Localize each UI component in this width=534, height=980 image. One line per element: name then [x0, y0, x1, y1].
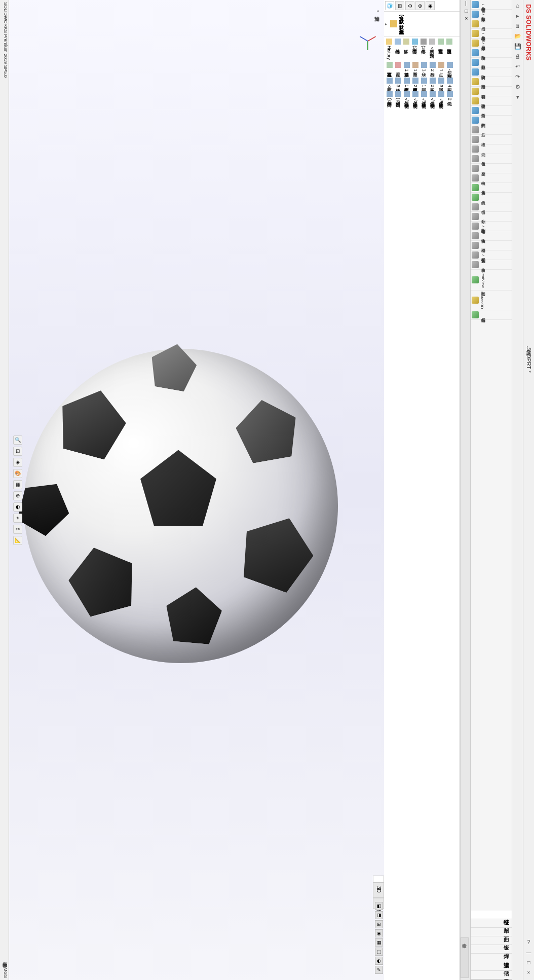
ribbon-button[interactable]: 弯曲 — [471, 260, 512, 270]
ribbon-button[interactable]: 包覆 — [471, 154, 512, 164]
ribbon-button[interactable]: 边界凸台/基体 — [471, 39, 512, 48]
ribbon-button[interactable]: 扫描切除 — [471, 77, 512, 87]
tree-node[interactable]: 草图1 — [411, 61, 419, 76]
headsup-button-6[interactable]: ◐ — [13, 502, 22, 512]
feature-panel-tab-0[interactable]: 🧊 — [385, 1, 394, 10]
headsup-button-0[interactable]: 🔍 — [13, 435, 22, 445]
ribbon-button[interactable]: 删除/保留实体 — [471, 222, 512, 231]
tree-node[interactable]: 使用曲面切除2 — [411, 77, 419, 89]
open-icon[interactable] — [514, 32, 522, 40]
ribbon-button[interactable]: 拉伸切除 — [471, 48, 512, 58]
taskpane-tab-3[interactable]: ◉ — [375, 929, 383, 937]
headsup-button-5[interactable]: ⊕ — [13, 491, 22, 500]
ribbon-button[interactable]: 转换实体 — [471, 231, 512, 241]
options-icon[interactable] — [514, 83, 522, 91]
ribbon-button[interactable]: 拔模 — [471, 135, 512, 144]
ribbon-tab-5[interactable]: 直接编辑 — [471, 954, 512, 962]
bottom-tab-1[interactable]: 3D 视图 — [373, 883, 384, 898]
ribbon-button[interactable]: 筋 — [471, 125, 512, 135]
tree-node[interactable]: 注解 — [402, 38, 410, 60]
search-input[interactable] — [461, 937, 469, 978]
tree-node[interactable]: 传感器 — [394, 38, 401, 60]
ribbon-button[interactable]: 特征冻结栏 — [471, 310, 512, 320]
tree-node[interactable]: 圆角1 — [420, 77, 428, 89]
ribbon-button[interactable]: 线性阵列 — [471, 116, 512, 125]
feature-panel-tab-1[interactable]: ⊞ — [395, 1, 404, 10]
taskpane-tab-1[interactable]: ◨ — [375, 911, 383, 919]
tree-node[interactable]: 点1 — [437, 61, 445, 76]
bottom-tab-0[interactable]: 模型 — [373, 876, 384, 883]
doc-close-button[interactable]: × — [461, 15, 470, 22]
headsup-button-4[interactable]: ▦ — [13, 480, 22, 489]
headsup-button-3[interactable]: 🎨 — [13, 469, 22, 478]
ribbon-button[interactable]: 相交 — [471, 164, 512, 173]
tree-node[interactable]: 材质 <未指定> — [428, 38, 436, 60]
ribbon-button[interactable]: 组合 — [471, 202, 512, 212]
feature-panel-tab-3[interactable]: ⊕ — [415, 1, 425, 10]
ribbon-button[interactable]: 参考几何体 — [471, 183, 512, 193]
ribbon-button[interactable]: 移动/复制实体 — [471, 250, 512, 260]
tree-node[interactable]: 实体(32) — [419, 38, 427, 60]
orientation-triad[interactable] — [358, 30, 378, 51]
tree-node[interactable]: 前视基准面 — [437, 38, 444, 60]
tree-node[interactable]: 圆角4 — [446, 77, 453, 89]
doc-max-button[interactable]: □ — [461, 7, 470, 15]
help-button[interactable]: ? — [525, 939, 533, 946]
tree-node[interactable]: 放样3 — [394, 77, 402, 89]
tree-node[interactable]: 使用曲面切除1 — [403, 77, 410, 89]
headsup-button-8[interactable]: ✂ — [13, 525, 22, 534]
tree-node[interactable]: 实体-移动/复制5 — [437, 90, 445, 104]
ribbon-button[interactable]: 分割 — [471, 212, 512, 222]
ribbon-button[interactable]: 拉伸凸台/基体 — [471, 0, 512, 10]
tree-node[interactable]: 放样2 — [429, 61, 436, 76]
ribbon-button[interactable]: 移动面 — [471, 241, 512, 250]
tree-node[interactable]: 块1-1 — [420, 61, 428, 76]
taskpane-tab-6[interactable]: ◐ — [375, 957, 383, 965]
print-icon[interactable] — [514, 52, 522, 60]
taskpane-tab-2[interactable]: ⊞ — [375, 920, 383, 928]
tree-node[interactable]: 阵列(圆周)2 — [394, 90, 402, 104]
ribbon-button[interactable]: Instant3D — [471, 291, 512, 310]
ribbon-tab-7[interactable]: 渲染工具 — [471, 971, 512, 979]
3d-viewport[interactable]: SW 研习社 SolidWorks *等轴测 🔍⊡◈🎨▦⊕◐⌖✂📐 模型3D 视… — [9, 0, 384, 980]
ribbon-button[interactable]: 曲线 — [471, 193, 512, 202]
ribbon-button[interactable]: 扫描 — [471, 19, 512, 29]
undo-icon[interactable] — [514, 62, 522, 70]
taskpane-tab-7[interactable]: ✎ — [375, 966, 383, 974]
headsup-button-7[interactable]: ⌖ — [13, 514, 22, 523]
tree-node[interactable]: 上视基准面 — [445, 38, 453, 60]
tree-node[interactable]: 圆角2 — [429, 77, 436, 89]
ribbon-button[interactable]: 放样切割 — [471, 87, 512, 96]
doc-min-button[interactable]: — — [461, 0, 470, 7]
soccer-ball-model[interactable] — [24, 349, 338, 663]
tree-node[interactable]: 镜向2 — [446, 90, 453, 104]
ribbon-tab-4[interactable]: 焊件 — [471, 945, 512, 954]
tree-node[interactable]: 曲面-放样1 — [446, 61, 453, 76]
tree-node[interactable]: 实体-移动/复制1 — [403, 90, 410, 104]
ribbon-button[interactable]: 抽壳 — [471, 144, 512, 154]
tree-root[interactable]: ▸ 足球 (默认<<默认>_显示状态 1>) — [385, 13, 459, 35]
ribbon-button[interactable]: 圆角 — [471, 106, 512, 116]
tree-node[interactable]: 实体-移动/复制2 — [411, 90, 419, 104]
tree-node[interactable]: 圆角3 — [437, 77, 445, 89]
minimize-button[interactable]: — — [525, 950, 533, 956]
feature-panel-tab-4[interactable]: ◉ — [426, 1, 435, 10]
tree-node[interactable]: 基准轴1 — [403, 61, 410, 76]
headsup-button-1[interactable]: ⊡ — [13, 447, 22, 456]
maximize-button[interactable]: □ — [525, 960, 533, 966]
ribbon-button[interactable]: 放样凸台/基体 — [471, 29, 512, 39]
taskpane-tab-0[interactable]: ◧ — [375, 902, 383, 910]
ribbon-button[interactable]: 镜向 — [471, 173, 512, 183]
taskpane-tab-4[interactable]: ▦ — [375, 938, 383, 947]
ribbon-button[interactable]: 旋转切除 — [471, 67, 512, 77]
ribbon-tab-6[interactable]: 评估 — [471, 962, 512, 971]
status-units[interactable]: MMGS — [1, 964, 8, 978]
tree-node[interactable]: 实体-移动/复制3 — [420, 90, 428, 104]
save-icon[interactable] — [514, 42, 522, 50]
tree-node[interactable]: History — [386, 38, 393, 60]
feature-panel-tab-2[interactable]: ⚙ — [405, 1, 414, 10]
ribbon-tab-0[interactable]: 特征 — [471, 911, 512, 919]
ribbon-tab-3[interactable]: 钣金 — [471, 936, 512, 945]
dropdown-icon[interactable] — [514, 93, 522, 101]
tree-node[interactable]: 右视基准面 — [386, 61, 393, 76]
